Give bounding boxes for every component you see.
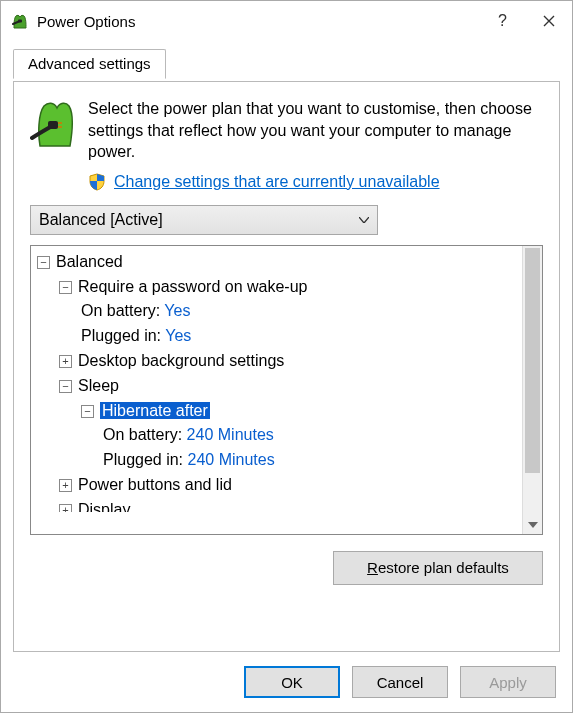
collapse-icon[interactable]: − xyxy=(59,380,72,393)
svg-rect-2 xyxy=(48,121,58,129)
power-options-dialog: Power Options ? Advanced settings Selec xyxy=(0,0,573,713)
intro-row: Select the power plan that you want to c… xyxy=(30,98,543,163)
tree-leaf-hibernate-on-battery[interactable]: On battery: 240 Minutes xyxy=(37,423,520,448)
tree-node-hibernate-after[interactable]: −Hibernate after xyxy=(37,399,520,424)
tree-scrollbar[interactable] xyxy=(522,246,542,534)
ok-button[interactable]: OK xyxy=(244,666,340,698)
tree-label-selected: Hibernate after xyxy=(100,402,210,419)
mnemonic: R xyxy=(367,559,378,576)
tree-node-display[interactable]: +Display xyxy=(37,498,520,512)
tree-label: Sleep xyxy=(78,377,119,394)
setting-value: Yes xyxy=(165,327,191,344)
setting-value: Yes xyxy=(164,302,190,319)
tree-label: Power buttons and lid xyxy=(78,476,232,493)
content-pane: Select the power plan that you want to c… xyxy=(13,82,560,652)
collapse-icon[interactable]: − xyxy=(59,281,72,294)
tab-strip: Advanced settings xyxy=(13,49,560,82)
shield-icon xyxy=(88,173,106,191)
power-plan-icon xyxy=(30,98,74,163)
tree-body[interactable]: −Balanced −Require a password on wake-up… xyxy=(31,246,522,534)
power-plan-selector[interactable]: Balanced [Active] xyxy=(30,205,378,235)
tree-leaf-hibernate-plugged-in[interactable]: Plugged in: 240 Minutes xyxy=(37,448,520,473)
tab-advanced-settings[interactable]: Advanced settings xyxy=(13,49,166,79)
restore-plan-defaults-button[interactable]: Restore plan defaults xyxy=(333,551,543,585)
scrollbar-thumb[interactable] xyxy=(525,248,540,473)
settings-tree: −Balanced −Require a password on wake-up… xyxy=(30,245,543,535)
help-button[interactable]: ? xyxy=(480,1,526,41)
setting-value: 240 Minutes xyxy=(188,451,275,468)
tree-node-balanced[interactable]: −Balanced xyxy=(37,250,520,275)
svg-rect-3 xyxy=(58,122,62,124)
window-title: Power Options xyxy=(37,13,135,30)
intro-text: Select the power plan that you want to c… xyxy=(88,98,543,163)
tree-node-desktop-background[interactable]: +Desktop background settings xyxy=(37,349,520,374)
titlebar: Power Options ? xyxy=(1,1,572,41)
tree-label: Display xyxy=(78,501,130,512)
tree-node-power-buttons[interactable]: +Power buttons and lid xyxy=(37,473,520,498)
expand-icon[interactable]: + xyxy=(59,504,72,512)
tree-leaf-plugged-in[interactable]: Plugged in: Yes xyxy=(37,324,520,349)
expand-icon[interactable]: + xyxy=(59,355,72,368)
tree-leaf-on-battery[interactable]: On battery: Yes xyxy=(37,299,520,324)
setting-name: On battery: xyxy=(81,302,160,319)
button-label: estore plan defaults xyxy=(378,559,509,576)
tree-node-sleep[interactable]: −Sleep xyxy=(37,374,520,399)
apply-button[interactable]: Apply xyxy=(460,666,556,698)
setting-name: On battery: xyxy=(103,426,182,443)
power-icon xyxy=(11,12,29,30)
setting-name: Plugged in: xyxy=(81,327,161,344)
collapse-icon[interactable]: − xyxy=(37,256,50,269)
svg-rect-4 xyxy=(58,126,62,128)
uac-link-row: Change settings that are currently unava… xyxy=(30,173,543,191)
tree-node-require-password[interactable]: −Require a password on wake-up xyxy=(37,275,520,300)
close-button[interactable] xyxy=(526,1,572,41)
tree-label: Desktop background settings xyxy=(78,352,284,369)
expand-icon[interactable]: + xyxy=(59,479,72,492)
tree-label: Require a password on wake-up xyxy=(78,278,307,295)
cancel-button[interactable]: Cancel xyxy=(352,666,448,698)
chevron-down-icon xyxy=(359,217,369,223)
setting-value: 240 Minutes xyxy=(187,426,274,443)
tree-label: Balanced xyxy=(56,253,123,270)
collapse-icon[interactable]: − xyxy=(81,405,94,418)
svg-rect-0 xyxy=(18,20,22,23)
scroll-down-icon[interactable] xyxy=(523,516,542,534)
setting-name: Plugged in: xyxy=(103,451,183,468)
dialog-footer: OK Cancel Apply xyxy=(1,652,572,712)
change-unavailable-settings-link[interactable]: Change settings that are currently unava… xyxy=(114,173,440,191)
power-plan-value: Balanced [Active] xyxy=(39,211,163,229)
svg-text:?: ? xyxy=(498,12,507,29)
